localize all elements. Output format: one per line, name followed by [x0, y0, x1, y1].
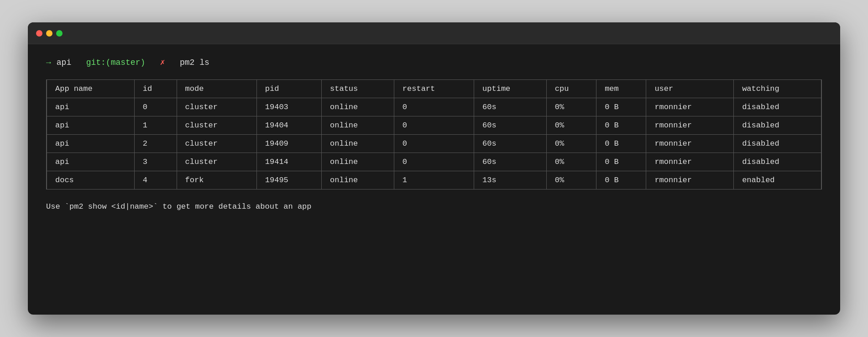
title-bar	[28, 22, 840, 44]
table-cell-4-9: rmonnier	[646, 171, 734, 190]
table-cell-2-6: 60s	[474, 135, 547, 153]
table-cell-1-0: api	[47, 116, 135, 135]
minimize-button[interactable]	[46, 30, 52, 37]
table-cell-4-6: 13s	[474, 171, 547, 190]
table-cell-3-7: 0%	[546, 153, 596, 171]
table-cell-3-1: 3	[134, 153, 177, 171]
prompt-git-label: git:(master)	[86, 58, 146, 67]
col-header-mem: mem	[596, 80, 646, 98]
table-cell-3-4: online	[322, 153, 394, 171]
table-cell-3-8: 0 B	[596, 153, 646, 171]
table-row: api0cluster19403online060s0%0 Brmonnierd…	[47, 98, 821, 116]
prompt-dir-name: api	[57, 58, 71, 67]
table-cell-3-3: 19414	[256, 153, 321, 171]
table-cell-1-2: cluster	[177, 116, 256, 135]
table-cell-4-0: docs	[47, 171, 135, 190]
table-cell-4-1: 4	[134, 171, 177, 190]
table-cell-2-4: online	[322, 135, 394, 153]
prompt-command: pm2 ls	[180, 58, 209, 67]
table-cell-0-9: rmonnier	[646, 98, 734, 116]
table-cell-0-8: 0 B	[596, 98, 646, 116]
table-cell-1-9: rmonnier	[646, 116, 734, 135]
table-cell-4-8: 0 B	[596, 171, 646, 190]
table-cell-2-2: cluster	[177, 135, 256, 153]
table-cell-3-6: 60s	[474, 153, 547, 171]
table-header-row: App name id mode pid status restart upti…	[47, 80, 821, 98]
table-cell-3-10: disabled	[734, 153, 821, 171]
col-header-watching: watching	[734, 80, 821, 98]
hint-line: Use `pm2 show <id|name>` to get more det…	[46, 200, 822, 211]
table-row: api3cluster19414online060s0%0 Brmonnierd…	[47, 153, 821, 171]
table-cell-4-7: 0%	[546, 171, 596, 190]
table-cell-1-7: 0%	[546, 116, 596, 135]
terminal-body: → api git:(master) ✗ pm2 ls App name id …	[28, 44, 840, 227]
table-cell-2-1: 2	[134, 135, 177, 153]
table-cell-2-10: disabled	[734, 135, 821, 153]
table-cell-0-6: 60s	[474, 98, 547, 116]
table-cell-3-2: cluster	[177, 153, 256, 171]
col-header-user: user	[646, 80, 734, 98]
pm2-table: App name id mode pid status restart upti…	[47, 80, 821, 189]
table-cell-4-5: 1	[394, 171, 474, 190]
col-header-id: id	[134, 80, 177, 98]
col-header-uptime: uptime	[474, 80, 547, 98]
table-cell-3-9: rmonnier	[646, 153, 734, 171]
col-header-cpu: cpu	[546, 80, 596, 98]
prompt-directory: api git:(master) ✗ pm2 ls	[57, 57, 209, 68]
col-header-status: status	[322, 80, 394, 98]
table-row: api1cluster19404online060s0%0 Brmonnierd…	[47, 116, 821, 135]
col-header-mode: mode	[177, 80, 256, 98]
prompt-cross-icon: ✗	[160, 58, 165, 67]
table-cell-3-0: api	[47, 153, 135, 171]
table-cell-0-5: 0	[394, 98, 474, 116]
table-cell-2-3: 19409	[256, 135, 321, 153]
table-cell-0-4: online	[322, 98, 394, 116]
table-cell-2-0: api	[47, 135, 135, 153]
table-cell-1-4: online	[322, 116, 394, 135]
table-cell-3-5: 0	[394, 153, 474, 171]
table-cell-2-5: 0	[394, 135, 474, 153]
pm2-table-wrapper: App name id mode pid status restart upti…	[46, 79, 822, 190]
table-cell-4-3: 19495	[256, 171, 321, 190]
table-cell-0-7: 0%	[546, 98, 596, 116]
table-cell-4-2: fork	[177, 171, 256, 190]
table-cell-2-7: 0%	[546, 135, 596, 153]
table-cell-1-6: 60s	[474, 116, 547, 135]
table-cell-2-9: rmonnier	[646, 135, 734, 153]
maximize-button[interactable]	[56, 30, 63, 37]
table-cell-1-10: disabled	[734, 116, 821, 135]
table-row: docs4fork19495online113s0%0 Brmonnierena…	[47, 171, 821, 190]
table-cell-0-0: api	[47, 98, 135, 116]
table-cell-2-8: 0 B	[596, 135, 646, 153]
table-cell-0-2: cluster	[177, 98, 256, 116]
table-cell-0-1: 0	[134, 98, 177, 116]
table-cell-1-3: 19404	[256, 116, 321, 135]
command-line: → api git:(master) ✗ pm2 ls	[46, 57, 822, 68]
col-header-pid: pid	[256, 80, 321, 98]
col-header-appname: App name	[47, 80, 135, 98]
terminal-window: → api git:(master) ✗ pm2 ls App name id …	[28, 22, 840, 315]
table-cell-0-3: 19403	[256, 98, 321, 116]
table-cell-4-4: online	[322, 171, 394, 190]
table-cell-0-10: disabled	[734, 98, 821, 116]
table-cell-1-8: 0 B	[596, 116, 646, 135]
table-row: api2cluster19409online060s0%0 Brmonnierd…	[47, 135, 821, 153]
table-cell-4-10: enabled	[734, 171, 821, 190]
table-cell-1-5: 0	[394, 116, 474, 135]
prompt-arrow-icon: →	[46, 57, 51, 68]
table-cell-1-1: 1	[134, 116, 177, 135]
close-button[interactable]	[36, 30, 42, 37]
col-header-restart: restart	[394, 80, 474, 98]
